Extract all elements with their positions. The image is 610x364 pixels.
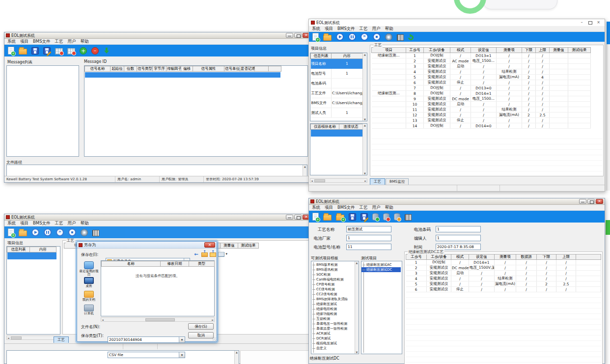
menu-item[interactable]: BMS文件 [33,221,51,226]
reset-icon[interactable] [407,33,415,41]
scrollbar[interactable] [362,53,367,121]
barcode-icon[interactable] [397,34,404,41]
menu-item[interactable]: 帮助 [81,39,89,45]
template-item[interactable]: 自定义 [311,346,355,351]
menu-item[interactable]: BMS文件 [337,205,355,211]
table-row[interactable]: 1DO控制/DO14=1//// [406,260,601,265]
battery-vendor-input[interactable]: 1 [346,235,391,241]
menu-item[interactable]: 用户 [68,221,76,226]
template-item[interactable]: BMS通讯检测 [311,267,355,272]
stop-icon[interactable] [68,228,76,236]
download-icon[interactable] [103,47,111,55]
template-item[interactable]: SOC检测 [311,272,355,277]
dialog-titlebar[interactable]: 另存为 × [77,242,217,249]
template-item[interactable]: CP信号检测 [311,282,355,287]
table-import-icon[interactable] [55,48,63,55]
pause-icon[interactable] [44,228,52,236]
open-folder-icon[interactable] [323,35,332,41]
tab-process[interactable]: 工艺 [370,178,385,185]
menu-item[interactable]: 用户 [372,205,381,211]
minimize-button[interactable] [579,199,586,204]
table-row[interactable]: 3安规测试仪启动///// [406,271,601,276]
save-as-icon[interactable] [43,47,51,55]
cancel-button[interactable]: 取消 [188,332,214,338]
table-row[interactable]: 电池型号1 [311,69,363,79]
barcode-icon[interactable] [92,230,99,236]
table-row[interactable]: 11安规测试仪//结果检测// [372,107,591,112]
maximize-button[interactable] [587,199,595,204]
titlebar[interactable]: EOL测试系统 – × [309,19,605,26]
save-as-icon[interactable] [360,213,368,221]
horizontal-scrollbar[interactable] [101,317,215,322]
maximize-button[interactable] [586,20,594,26]
table-row[interactable] [7,252,56,259]
new-folder-icon[interactable] [210,252,216,257]
template-item[interactable]: CC信号检测 [311,287,355,292]
process-name-input[interactable]: 耐压测试 [346,226,391,232]
open-folder-icon[interactable] [323,215,332,221]
template-item[interactable]: 单体电压一致性检测 [311,321,355,326]
template-item[interactable]: 模拟电压测试 [311,341,355,346]
table-row[interactable]: 14DO控制/DO14=0/// [372,123,591,129]
template-item[interactable]: BMS故障读取及清除 [311,297,355,302]
db-add-icon[interactable] [372,213,379,221]
menu-item[interactable]: 项目 [20,39,28,45]
table-row[interactable]: 2安规测试仪AC mode电压_1500.../// [372,58,591,64]
back-icon[interactable] [193,251,199,257]
table-row[interactable]: 9安规测试仪DC mode电压_1500.../// [372,96,591,102]
message-list-panel[interactable] [6,65,79,157]
menu-item[interactable]: 系统 [7,221,16,226]
table-row[interactable]: 2安规测试仪DC mode电压_1500V;漏...//// [406,265,601,271]
table-row[interactable]: 12安规测试仪//漏电流(mA)22.5 [372,112,591,118]
menu-item[interactable]: 系统 [312,205,320,211]
disc-icon[interactable] [385,33,392,41]
place-documents[interactable]: 我的文档 [78,291,100,302]
db-edit-icon[interactable] [394,213,400,221]
stop-icon[interactable] [373,33,381,41]
table-row[interactable]: 绝缘耐压测...1DO控制/DO13=1/// [372,53,591,58]
menu-item[interactable]: 系统 [7,39,16,45]
template-item[interactable]: CC2信号检测 [311,292,355,297]
open-folder-icon[interactable] [19,49,27,55]
maximize-button[interactable] [294,215,302,220]
minimize-button[interactable] [286,33,293,38]
editor-input[interactable]: 1 [436,235,481,241]
table-row[interactable]: 13安规测试仪停止//// [372,118,591,123]
run-icon[interactable] [336,33,344,41]
save-icon[interactable] [31,47,39,55]
titlebar[interactable]: EOL测试系统 [4,32,311,39]
place-recent[interactable]: 最近使用的项目 [78,261,100,277]
dialog-close-button[interactable]: × [204,242,215,248]
template-item[interactable]: 单体温度一致性检测 [311,326,355,331]
filetype-combo[interactable]: CSV file [108,352,185,358]
add-circle-icon[interactable] [80,47,87,55]
template-item[interactable]: ACR测试 [311,331,355,336]
close-button[interactable]: × [594,20,603,26]
template-item[interactable]: 绝缘电阻检测 [311,307,355,311]
menu-item[interactable]: BMS文件 [337,26,355,32]
menu-item[interactable]: 项目 [20,221,28,226]
pause-icon[interactable] [348,33,356,41]
new-file-icon[interactable] [8,228,14,236]
step-icon[interactable] [56,228,64,236]
save-icon[interactable] [349,213,356,221]
scrollbar[interactable] [355,261,359,354]
selected-empty-row[interactable] [85,72,280,78]
views-icon[interactable] [218,252,224,257]
filename-combo[interactable]: 20210730144904 [108,336,185,343]
db-remove-icon[interactable] [383,213,389,221]
menu-item[interactable]: 项目 [325,205,333,211]
template-item[interactable]: 绝缘耐压测试 [311,302,355,307]
table-row[interactable]: 绝缘耐压测...8DO控制/DO14=1/// [372,91,591,96]
new-file-icon[interactable] [8,47,14,55]
menu-item[interactable]: 项目 [325,26,333,32]
step-icon[interactable] [360,33,368,41]
battery-model-input[interactable]: 11 [346,244,391,250]
menu-item[interactable]: 用户 [68,39,76,45]
table-export-icon[interactable] [67,48,75,55]
table-row[interactable]: 测试人员1 [311,108,363,118]
place-computer[interactable]: 计算机 [78,305,100,315]
template-item[interactable]: Can终端电阻检测 [311,277,355,282]
template-item[interactable]: DCR测试 [311,336,355,341]
open-folder-add-icon[interactable] [336,215,344,221]
